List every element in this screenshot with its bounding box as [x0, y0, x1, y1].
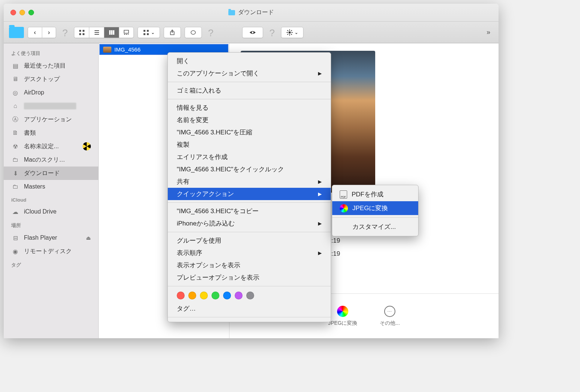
cm-quick-actions[interactable]: クイックアクション▶ [168, 188, 331, 200]
share-button[interactable] [164, 27, 181, 38]
cm-view-options[interactable]: 表示オプションを表示 [168, 259, 331, 271]
sidebar-item-documents[interactable]: 🗎書類 [4, 126, 98, 140]
svg-line-27 [287, 34, 288, 35]
sidebar-item-airdrop[interactable]: ◎AirDrop [4, 86, 98, 99]
sm-customize[interactable]: カスタマイズ... [332, 220, 418, 234]
sidebar-item-remote-disc[interactable]: ◉リモートディスク [4, 245, 98, 258]
sidebar-item-icloud-drive[interactable]: ☁iCloud Drive [4, 205, 98, 218]
svg-rect-15 [147, 30, 149, 32]
titlebar: ダウンロード [4, 4, 499, 22]
minimize-button[interactable] [19, 10, 25, 15]
overflow-button[interactable]: » [487, 28, 493, 36]
cm-open-with[interactable]: このアプリケーションで開く▶ [168, 67, 331, 80]
help-icon[interactable]: ? [206, 27, 216, 38]
cm-sort-by[interactable]: 表示順序▶ [168, 247, 331, 259]
submenu-arrow-icon: ▶ [318, 71, 322, 76]
radiation-icon: ☢ [11, 142, 19, 150]
svg-line-26 [291, 34, 292, 35]
submenu-arrow-icon: ▶ [318, 221, 322, 226]
context-menu: 開く このアプリケーションで開く▶ ゴミ箱に入れる 情報を見る 名前を変更 "I… [167, 52, 331, 322]
tag-purple[interactable] [235, 292, 243, 299]
sidebar-item-recents[interactable]: ▤最近使った項目 [4, 59, 98, 72]
cm-get-info[interactable]: 情報を見る [168, 102, 331, 114]
quicklook-button[interactable] [242, 27, 263, 38]
home-icon: ⌂ [11, 102, 19, 110]
tag-orange[interactable] [188, 292, 196, 299]
sidebar-header-icloud: iCloud [4, 193, 98, 205]
list-view-button[interactable] [89, 27, 104, 38]
cm-duplicate[interactable]: 複製 [168, 139, 331, 151]
svg-rect-12 [126, 34, 127, 35]
remote-icon: ◉ [11, 247, 19, 255]
tag-red[interactable] [177, 292, 185, 299]
column-view-button[interactable] [104, 27, 119, 38]
help-icon[interactable]: ? [267, 27, 277, 38]
cm-compress[interactable]: "IMG_4566 3.HEIC"を圧縮 [168, 126, 331, 139]
sm-separator [332, 217, 418, 218]
radiation-badge-icon [83, 142, 91, 150]
cm-separator [168, 202, 331, 203]
back-button[interactable]: ‹ [28, 27, 42, 38]
sidebar-item-screenshots[interactable]: 🗀 Macのスクリ… [4, 153, 98, 167]
cm-tags-more[interactable]: タグ… [168, 302, 331, 315]
cm-trash[interactable]: ゴミ箱に入れる [168, 84, 331, 97]
sidebar: よく使う項目 ▤最近使った項目 🖥デスクトップ ◎AirDrop ⌂ Ⓐアプリケ… [4, 43, 99, 338]
cm-copy[interactable]: "IMG_4566 3.HEIC"をコピー [168, 205, 331, 217]
rainbow-icon [337, 306, 348, 317]
forward-button[interactable]: › [42, 27, 56, 38]
cm-use-groups[interactable]: グループを使用 [168, 234, 331, 247]
tag-gray[interactable] [246, 292, 254, 299]
folder-icon: 🗀 [11, 156, 19, 164]
cm-separator [168, 99, 331, 99]
qa-more-button[interactable]: ••• その他... [380, 306, 400, 327]
apps-icon: Ⓐ [11, 115, 19, 124]
eject-icon[interactable]: ⏏ [86, 235, 91, 241]
tags-button[interactable] [185, 27, 202, 38]
sidebar-item-flash-player[interactable]: ⊟Flash Player⏏ [4, 231, 98, 245]
cm-alias[interactable]: エイリアスを作成 [168, 151, 331, 163]
sm-convert-jpeg[interactable]: JPEGに変換 [332, 201, 418, 215]
recents-icon: ▤ [11, 62, 19, 70]
svg-rect-8 [111, 30, 112, 35]
qa-jpeg-button[interactable]: JPEGに変換 [328, 306, 358, 327]
sidebar-item-untitled[interactable]: ☢名称未設定... [4, 140, 98, 153]
sidebar-item-applications[interactable]: Ⓐアプリケーション [4, 113, 98, 126]
traffic-lights [4, 10, 34, 15]
cm-share[interactable]: 共有▶ [168, 175, 331, 188]
cloud-icon: ☁ [11, 208, 19, 216]
help-icon[interactable]: ? [60, 27, 70, 38]
disk-icon: ⊟ [11, 234, 19, 242]
tag-green[interactable] [212, 292, 219, 299]
cm-open[interactable]: 開く [168, 55, 331, 67]
sm-create-pdf[interactable]: PDF PDFを作成 [332, 187, 418, 201]
cm-quicklook[interactable]: "IMG_4566 3.HEIC"をクイックルック [168, 163, 331, 175]
zoom-button[interactable] [28, 10, 34, 15]
cm-import-iphone[interactable]: iPhoneから読み込む▶ [168, 217, 331, 230]
group-button[interactable]: ⌄ [138, 27, 160, 38]
desktop-icon: 🖥 [11, 75, 19, 83]
airdrop-icon: ◎ [11, 88, 19, 97]
action-button[interactable]: ⌄ [281, 27, 303, 38]
tag-blue[interactable] [223, 292, 231, 299]
file-thumbnail [103, 47, 111, 53]
finder-window: ダウンロード ‹ › ? ⌄ [4, 4, 499, 338]
gallery-view-button[interactable] [119, 27, 134, 38]
view-buttons [74, 27, 134, 38]
sidebar-item-home[interactable]: ⌂ [4, 99, 98, 113]
sidebar-item-downloads[interactable]: ⬇ダウンロード [4, 167, 98, 180]
folder-icon: 🗀 [11, 183, 19, 191]
sidebar-item-masters[interactable]: 🗀Masters [4, 180, 98, 193]
svg-rect-1 [83, 30, 84, 32]
svg-rect-7 [109, 30, 111, 35]
cm-rename[interactable]: 名前を変更 [168, 114, 331, 126]
cm-separator [168, 82, 331, 82]
sidebar-item-desktop[interactable]: 🖥デスクトップ [4, 72, 98, 86]
sidebar-header-favorites: よく使う項目 [4, 46, 98, 59]
cm-tag-colors [168, 289, 331, 302]
svg-line-25 [287, 30, 288, 31]
close-button[interactable] [10, 10, 16, 15]
tag-yellow[interactable] [200, 292, 208, 299]
cm-preview-options[interactable]: プレビューオプションを表示 [168, 271, 331, 284]
docs-icon: 🗎 [11, 129, 19, 137]
icon-view-button[interactable] [74, 27, 89, 38]
